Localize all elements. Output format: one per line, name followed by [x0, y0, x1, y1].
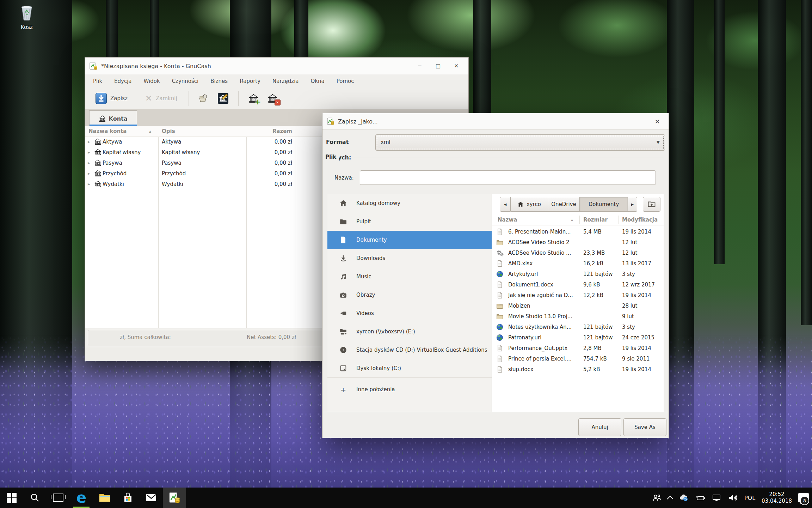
menu-biznes[interactable]: Biznes	[204, 78, 234, 84]
clock[interactable]: 20:52 03.04.2018	[758, 488, 795, 508]
save-as-button[interactable]: Save As	[623, 418, 666, 436]
col-name[interactable]: Nazwa	[498, 214, 517, 225]
file-row[interactable]: Performance_Out.pptx 2,8 MB 19 lis 2014	[492, 343, 664, 353]
sidebar-item-cd-drive[interactable]: Stacja dysków CD (D:) VirtualBox Guest A…	[327, 341, 492, 359]
minimize-button[interactable]: ─	[411, 58, 429, 74]
col-total[interactable]: Razem	[239, 126, 292, 137]
menu-edycja[interactable]: Edycja	[108, 78, 137, 84]
file-row[interactable]: Notes użytkownika An... 121 bajtów 3 sty	[492, 322, 664, 332]
file-row[interactable]: ACDSee Video Studio 2 12 lut	[492, 237, 664, 248]
expander-icon[interactable]: ▸	[88, 179, 90, 189]
sort-asc-icon[interactable]: ▴	[571, 214, 573, 225]
file-row[interactable]: AMD.xlsx 16,2 kB 13 lis 2017	[492, 258, 664, 269]
menu-widok[interactable]: Widok	[138, 78, 166, 84]
menu-czynnosci[interactable]: Czynności	[166, 78, 205, 84]
maximize-button[interactable]: □	[429, 58, 447, 74]
task-view-button[interactable]	[47, 488, 70, 508]
back-icon: ◂	[504, 201, 507, 207]
menu-plik[interactable]: Plik	[87, 78, 108, 84]
start-button[interactable]	[0, 488, 23, 508]
cancel-button[interactable]: Anuluj	[578, 418, 621, 436]
expander-icon[interactable]: ▸	[88, 168, 90, 179]
file-row[interactable]: Artykuły.url 121 bajtów 3 sty	[492, 269, 664, 279]
menu-pomoc[interactable]: Pomoc	[331, 78, 360, 84]
tab-konta[interactable]: Konta	[89, 110, 137, 126]
breadcrumb-onedrive[interactable]: OneDrive	[548, 197, 580, 212]
forward-button[interactable]: ▸	[628, 197, 637, 212]
volume-tray-icon[interactable]	[725, 488, 741, 508]
sidebar-item-videos[interactable]: Videos	[327, 304, 492, 322]
sidebar-item-music[interactable]: Music	[327, 267, 492, 286]
delete-account-button[interactable]: ✕	[263, 90, 282, 107]
file-row[interactable]: Dokument1.docx 9,6 kB 12 wrz 2017	[492, 279, 664, 290]
action-center-button[interactable]: 8	[795, 488, 812, 508]
back-button[interactable]: ◂	[500, 197, 511, 212]
sidebar-item-local-disk[interactable]: Dysk lokalny (C:)	[327, 359, 492, 377]
file-row[interactable]: Patronaty.url 121 bajtów 24 cze 2015	[492, 332, 664, 343]
new-account-button[interactable]: +	[244, 90, 263, 107]
power-tray-icon[interactable]	[692, 488, 709, 508]
toolbar-separator	[238, 91, 239, 106]
sidebar-item-documents[interactable]: Dokumenty	[327, 231, 492, 249]
taskbar-gnucash[interactable]	[163, 488, 186, 508]
dialog-titlebar[interactable]: Zapisz _jako... ✕	[322, 113, 669, 130]
breadcrumb-documents[interactable]: Dokumenty	[580, 197, 628, 212]
dialog-footer: Anuluj Save As	[322, 412, 669, 438]
search-button[interactable]	[23, 488, 47, 508]
expander-icon[interactable]: ▸	[88, 137, 90, 147]
sidebar-item-desktop[interactable]: Pulpit	[327, 212, 492, 231]
network-tray-icon[interactable]	[709, 488, 725, 508]
recycle-bin[interactable]: Kosz	[11, 4, 43, 30]
dialog-title: Zapisz _jako...	[338, 118, 378, 125]
sort-asc-icon[interactable]: ▴	[149, 126, 151, 137]
toolbar-separator	[189, 91, 189, 106]
dialog-close-button[interactable]: ✕	[651, 113, 664, 129]
expander-icon[interactable]: ▸	[88, 147, 90, 158]
file-row[interactable]: ACDSee Video Studio ... 23,3 MB 12 lut	[492, 248, 664, 258]
tray-expand-button[interactable]	[665, 488, 676, 508]
col-description[interactable]: Opis	[162, 126, 175, 137]
taskbar-store[interactable]	[116, 488, 140, 508]
file-row[interactable]: 6. Presentation-Makin... 5,4 MB 19 lis 2…	[492, 226, 664, 237]
taskbar-edge[interactable]: e	[70, 488, 93, 508]
sidebar-item-home[interactable]: Katalog domowy	[327, 194, 492, 212]
people-button[interactable]	[649, 488, 665, 508]
menu-narzedzia[interactable]: Narzędzia	[266, 78, 304, 84]
menu-okna[interactable]: Okna	[305, 78, 331, 84]
bank-icon	[94, 149, 101, 156]
file-row[interactable]: Mobizen 28 lut	[492, 301, 664, 311]
file-row[interactable]: Jak się nie zgubić na D... 12,2 kB 19 li…	[492, 290, 664, 301]
sidebar-item-other-locations[interactable]: + Inne położenia	[327, 380, 492, 399]
file-icon	[496, 260, 503, 267]
gnucash-titlebar[interactable]: *Niezapisana księga - Konta - GnuCash ─ …	[85, 58, 468, 75]
open-account-icon	[199, 93, 209, 104]
sidebar-item-network-drive[interactable]: xyrcon (\\vboxsrv) (E:)	[327, 322, 492, 341]
taskbar-file-explorer[interactable]	[93, 488, 116, 508]
close-tab-label: Zamknij	[156, 95, 177, 102]
file-row[interactable]: Movie Studio 13.0 Proj... 9 lut	[492, 311, 664, 322]
new-folder-button[interactable]	[643, 197, 660, 212]
col-modified[interactable]: Modyfikacja	[622, 214, 658, 225]
open-account-button[interactable]	[195, 90, 214, 107]
col-name[interactable]: Nazwa konta	[88, 126, 127, 137]
language-indicator[interactable]: POL	[741, 488, 758, 508]
file-row[interactable]: Prince of persia Excel.... 754,7 kB 9 si…	[492, 353, 664, 364]
save-label: Zapisz	[110, 95, 128, 102]
file-row[interactable]: słup.docx 5,2 kB 19 lis 2014	[492, 364, 664, 375]
edit-account-button[interactable]	[214, 90, 233, 107]
taskbar-mail[interactable]	[140, 488, 163, 508]
close-button[interactable]: ✕	[447, 58, 466, 74]
name-input[interactable]	[360, 170, 656, 185]
sidebar-item-pictures[interactable]: Obrazy	[327, 286, 492, 304]
format-dropdown[interactable]: xml ▼	[375, 134, 665, 151]
sidebar-item-downloads[interactable]: Downloads	[327, 249, 492, 267]
breadcrumb-home[interactable]: xyrco	[511, 197, 548, 212]
col-size[interactable]: Rozmiar	[583, 214, 608, 225]
save-as-dialog: Zapisz _jako... ✕ Format danych: xml ▼ P…	[322, 113, 669, 438]
folder-icon	[496, 239, 503, 246]
save-button[interactable]: Zapisz	[90, 90, 133, 107]
onedrive-tray-icon[interactable]	[676, 488, 692, 508]
expander-icon[interactable]: ▸	[88, 158, 90, 168]
menu-raporty[interactable]: Raporty	[234, 78, 266, 84]
close-tab-button[interactable]: ✕ Zamknij	[140, 90, 183, 107]
